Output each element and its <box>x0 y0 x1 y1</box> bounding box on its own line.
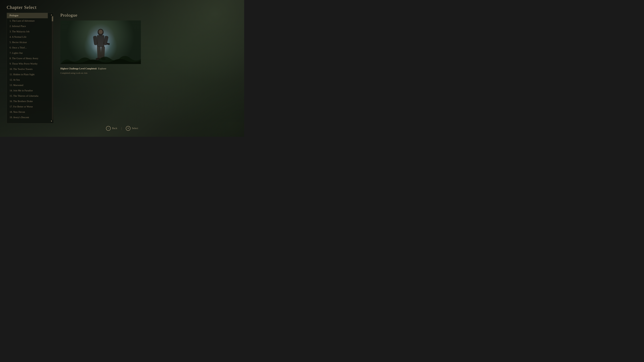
chapter-item-12[interactable]: 12. At Sea <box>7 77 48 83</box>
chapter-item-10[interactable]: 10. The Twelve Towers <box>7 66 48 72</box>
detail-panel: Prologue <box>60 13 238 123</box>
chapter-item-17[interactable]: 17. For Better or Worse <box>7 104 48 109</box>
chapter-item-4[interactable]: 4. A Normal Life <box>7 34 48 40</box>
detail-chapter-title: Prologue <box>60 13 238 18</box>
svg-point-9 <box>98 30 103 34</box>
back-button-icon[interactable]: ○ <box>106 126 111 131</box>
control-separator: | <box>121 127 122 130</box>
select-label: Select <box>132 127 138 130</box>
chapter-item-19[interactable]: 19. Avery's Descent <box>7 115 48 120</box>
scrollbar-thumb[interactable] <box>52 16 53 21</box>
page-title: Chapter Select <box>7 5 238 10</box>
main-area: ▲ Prologue1. The Lure of Adventure2. Inf… <box>7 13 238 123</box>
scroll-down-arrow[interactable]: ▼ <box>50 120 53 122</box>
select-button-icon[interactable]: ✕ <box>126 126 130 131</box>
chapter-item-18[interactable]: 18. New Devon <box>7 109 48 115</box>
challenge-row: Highest Challenge Level Completed: Explo… <box>60 67 238 70</box>
chapter-item-9[interactable]: 9. Those Who Prove Worthy <box>7 61 48 66</box>
scroll-up-arrow[interactable]: ▲ <box>50 13 53 16</box>
chapter-item-16[interactable]: 16. The Brothers Drake <box>7 99 48 104</box>
chapter-item-0[interactable]: Prologue <box>7 13 48 18</box>
chapter-image <box>60 20 141 64</box>
chapter-list-wrapper: ▲ Prologue1. The Lure of Adventure2. Inf… <box>7 13 54 123</box>
chapter-item-3[interactable]: 3. The Malaysia Job <box>7 29 48 34</box>
chapter-list: Prologue1. The Lure of Adventure2. Infer… <box>7 13 51 123</box>
foliage-overlay <box>60 54 141 64</box>
svg-rect-4 <box>106 43 110 45</box>
challenge-label: Highest Challenge Level Completed: <box>60 67 97 70</box>
chapter-item-6[interactable]: 6. Once a Thief... <box>7 45 48 50</box>
svg-rect-1 <box>97 35 104 47</box>
detail-info: Highest Challenge Level Completed: Explo… <box>60 67 238 74</box>
chapter-item-7[interactable]: 7. Lights Out <box>7 50 48 56</box>
back-label: Back <box>112 127 117 130</box>
chapter-item-1[interactable]: 1. The Lure of Adventure <box>7 18 48 24</box>
chapter-item-15[interactable]: 15. The Thieves of Libertalia <box>7 93 48 99</box>
chapter-item-2[interactable]: 2. Infernal Place <box>7 24 48 29</box>
scrollbar-track <box>52 16 53 120</box>
chapter-item-11[interactable]: 11. Hidden in Plain Sight <box>7 72 48 77</box>
back-control[interactable]: ○ Back <box>106 126 117 131</box>
completed-text: Completed using Lock-on Aim <box>60 72 238 74</box>
bottom-controls: ○ Back | ✕ Select <box>7 123 238 132</box>
main-content: Chapter Select ▲ Prologue1. The Lure of … <box>0 0 244 137</box>
chapter-item-14[interactable]: 14. Join Me in Paradise <box>7 88 48 93</box>
select-control[interactable]: ✕ Select <box>126 126 138 131</box>
challenge-value: Explorer <box>98 67 106 70</box>
chapter-item-5[interactable]: 5. Hector Alcázar <box>7 40 48 45</box>
chapter-list-container: ▲ Prologue1. The Lure of Adventure2. Inf… <box>7 13 54 123</box>
chapter-item-8[interactable]: 8. The Grave of Henry Avery <box>7 56 48 61</box>
chapter-item-13[interactable]: 13. Marooned <box>7 83 48 88</box>
